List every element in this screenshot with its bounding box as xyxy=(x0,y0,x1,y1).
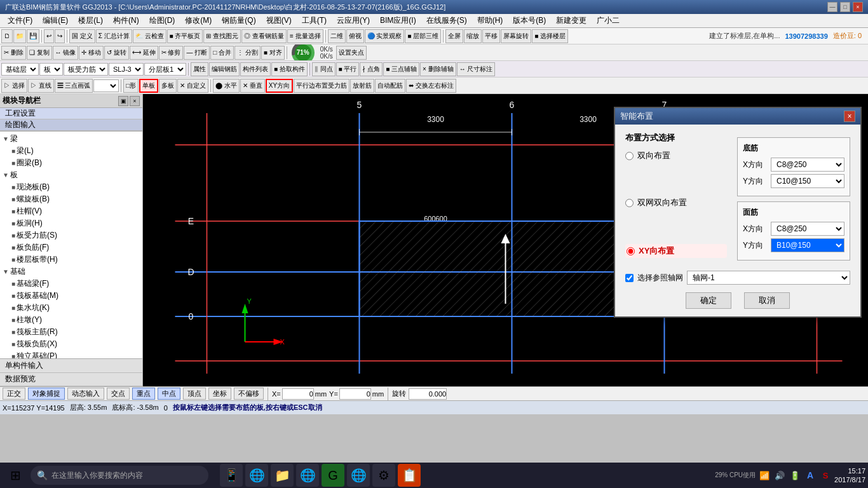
arc-type-select[interactable] xyxy=(93,79,119,92)
menu-item-h[interactable]: 帮助(H) xyxy=(472,14,508,27)
find-element-btn[interactable]: ⊞ 查找图元 xyxy=(203,29,241,43)
volume-icon[interactable]: 🔊 xyxy=(773,469,786,482)
battery-icon[interactable]: 🔋 xyxy=(789,469,801,482)
xy-dir-btn[interactable]: XY方向 xyxy=(266,79,293,93)
no-offset-btn[interactable]: 不偏移 xyxy=(234,388,264,400)
calc-btn[interactable]: Σ 汇总计算 xyxy=(96,29,132,43)
batch-select-btn[interactable]: ≡ 批量选择 xyxy=(287,29,323,43)
taskbar-app1[interactable]: 📱 xyxy=(220,464,243,487)
tree-item[interactable]: ■集水坑(K) xyxy=(1,302,141,314)
view-rebar-btn[interactable]: ◎ 查看钢筋量 xyxy=(241,29,287,43)
panel-close-btn[interactable]: × xyxy=(130,96,140,106)
dual-bidir-radio[interactable] xyxy=(625,199,634,207)
rotate-input[interactable] xyxy=(409,388,447,400)
menu-item-l[interactable]: 楼层(L) xyxy=(73,14,108,27)
menu-item-b[interactable]: 版本号(B) xyxy=(508,14,551,27)
antivirus-icon[interactable]: S xyxy=(819,469,832,482)
dynamic-input-btn[interactable]: 动态输入 xyxy=(67,388,104,400)
rotate-screen-btn[interactable]: 屏幕旋转 xyxy=(501,29,531,43)
single-board-btn[interactable]: 单板 xyxy=(139,79,158,93)
pan-btn[interactable]: 平移 xyxy=(482,29,500,43)
menu-item-bimi[interactable]: BIM应用(I) xyxy=(375,14,421,27)
horizontal-btn[interactable]: ⬤ 水平 xyxy=(213,79,240,93)
taskbar-app5[interactable]: G xyxy=(322,464,344,487)
menu-item-v[interactable]: 视图(V) xyxy=(261,14,297,27)
flatten-btn[interactable]: ■ 齐平板页 xyxy=(167,29,203,43)
extend-btn[interactable]: ⟷ 延伸 xyxy=(130,46,158,60)
opt-bidir[interactable]: 双向布置 xyxy=(625,150,727,161)
coord-btn[interactable]: 坐标 xyxy=(208,388,231,400)
tree-item[interactable]: ■筏板主筋(R) xyxy=(1,326,141,338)
tree-item[interactable]: ■板受力筋(S) xyxy=(1,229,141,241)
line-tool-btn[interactable]: ▷ 直线 xyxy=(28,79,54,93)
three-point-btn[interactable]: ■ 三点辅轴 xyxy=(383,62,419,76)
zoom-btn[interactable]: 缩放 xyxy=(464,29,482,43)
undo-btn[interactable]: ↩ xyxy=(44,29,54,43)
bottom-x-select[interactable]: C8@250 xyxy=(771,158,844,172)
axis-checkbox[interactable] xyxy=(625,274,634,282)
tree-item[interactable]: ▼板 xyxy=(1,169,141,181)
single-element-btn[interactable]: 单构件输入 xyxy=(0,359,142,373)
menu-item-s[interactable]: 在线服务(S) xyxy=(421,14,472,27)
taskbar-app4[interactable]: 🌐 xyxy=(296,464,319,487)
tree-item[interactable]: ■板负筋(F) xyxy=(1,241,141,254)
start-button[interactable]: ⊞ xyxy=(3,463,28,487)
project-settings-btn[interactable]: 工程设置 xyxy=(0,108,142,119)
network-icon[interactable]: 📶 xyxy=(758,469,771,482)
dialog-titlebar[interactable]: 智能布置 × xyxy=(615,108,860,125)
break-btn[interactable]: — 打断 xyxy=(184,46,210,60)
taskbar-app7[interactable]: ⚙ xyxy=(372,464,395,487)
menu-item-f[interactable]: 文件(F) xyxy=(3,14,37,27)
axis-select[interactable]: 轴网-1 xyxy=(687,271,850,285)
taskbar-app3[interactable]: 📁 xyxy=(271,464,294,487)
property-btn[interactable]: 属性 xyxy=(191,62,208,76)
orthogonal-btn[interactable]: 正交 xyxy=(3,388,25,400)
tree-item[interactable]: ■板洞(H) xyxy=(1,217,141,229)
tree-item[interactable]: ■螺旋板(B) xyxy=(1,193,141,205)
menu-item-d[interactable]: 绘图(D) xyxy=(144,14,180,27)
menu-item-e[interactable]: 编辑(E) xyxy=(37,14,73,27)
ime-icon[interactable]: A xyxy=(804,469,817,482)
point-angle-btn[interactable]: ∤ 点角 xyxy=(360,62,383,76)
drawing-input-btn[interactable]: 绘图输入 xyxy=(0,119,142,131)
layer-select[interactable]: 分层板1 xyxy=(144,63,186,76)
edit-rebar-btn[interactable]: 编辑钢筋 xyxy=(209,62,240,76)
menu-item-t[interactable]: 工具(T) xyxy=(297,14,332,27)
x-input[interactable] xyxy=(282,388,314,400)
cloud-check-btn[interactable]: ⛅ 云检查 xyxy=(133,29,166,43)
move-btn[interactable]: ✛ 移动 xyxy=(79,46,104,60)
rect-shape-btn[interactable]: □形 xyxy=(123,79,139,93)
tree-item[interactable]: ■圈梁(B) xyxy=(1,157,141,169)
fullscreen-btn[interactable]: 全屏 xyxy=(445,29,463,43)
menu-item-n[interactable]: 构件(N) xyxy=(108,14,144,27)
select-tool-btn[interactable]: ▷ 选择 xyxy=(1,79,27,93)
auto-rebar-btn[interactable]: 自动配筋 xyxy=(375,79,405,93)
taskbar-search-area[interactable]: 🔍 在这里输入你要搜索的内容 xyxy=(31,466,208,485)
element-type-select[interactable]: 板 xyxy=(39,63,63,76)
same-pos-btn[interactable]: ■ 平行 xyxy=(336,62,360,76)
tree-item[interactable]: ■基础梁(F) xyxy=(1,278,141,290)
element-list-btn[interactable]: 构件列表 xyxy=(240,62,271,76)
maximize-btn[interactable]: □ xyxy=(840,2,850,12)
del-aux-btn[interactable]: × 删除辅轴 xyxy=(420,62,456,76)
menu-item-y[interactable]: 云应用(Y) xyxy=(332,14,375,27)
menu-item-q[interactable]: 钢筋量(Q) xyxy=(217,14,261,27)
tree-item[interactable]: ■筏板负筋(X) xyxy=(1,338,141,350)
parallel-rebar-btn[interactable]: 平行边布置受力筋 xyxy=(294,79,349,93)
2d-btn[interactable]: 二维 xyxy=(328,29,346,43)
split-btn[interactable]: ⋮ 分割 xyxy=(234,46,261,60)
menu-item-[interactable]: 新建变更 xyxy=(551,14,592,27)
mirror-btn[interactable]: ↔ 镜像 xyxy=(53,46,79,60)
top-view-btn[interactable]: 俯视 xyxy=(346,29,364,43)
tree-item[interactable]: ▼梁 xyxy=(1,133,141,145)
center-btn[interactable]: 中点 xyxy=(158,388,180,400)
tree-item[interactable]: ■楼层板带(H) xyxy=(1,254,141,266)
opt-dual-bidir[interactable]: 双网双向布置 xyxy=(625,197,727,208)
menu-item-m[interactable]: 修改(M) xyxy=(180,14,217,27)
panel-float-btn[interactable]: ▣ xyxy=(118,96,128,106)
floor-select[interactable]: 基础层 首层 2层 xyxy=(1,63,39,76)
dialog-close-btn[interactable]: × xyxy=(844,111,855,122)
merge-btn[interactable]: □ 合并 xyxy=(210,46,234,60)
top-y-select[interactable]: B10@150 xyxy=(771,238,844,252)
tree-item[interactable]: ■现浇板(B) xyxy=(1,181,141,193)
